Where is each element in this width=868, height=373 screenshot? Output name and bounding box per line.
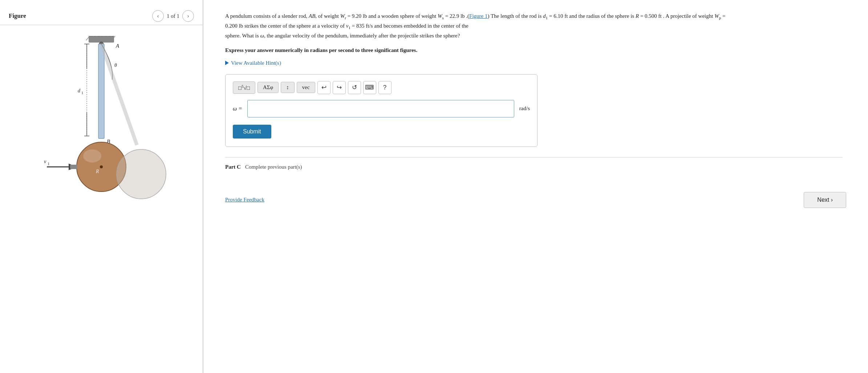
redo-btn[interactable]: ↪: [333, 81, 346, 94]
svg-point-24: [100, 165, 103, 168]
help-icon: ?: [383, 84, 386, 91]
svg-text:R: R: [96, 169, 99, 174]
part-c-row: Part C Complete previous part(s): [225, 164, 846, 170]
keyboard-btn[interactable]: ⌨: [363, 81, 376, 94]
figure-image-area: A θ d 1 B: [0, 29, 203, 229]
vec-btn[interactable]: vec: [297, 82, 315, 93]
right-panel: A pendulum consists of a slender rod, AB…: [203, 0, 868, 373]
input-row: ω = rad/s: [233, 100, 530, 117]
provide-feedback-link[interactable]: Provide Feedback: [225, 197, 264, 203]
next-label: Next ›: [817, 197, 833, 203]
section-divider: [225, 157, 843, 157]
answer-box: □5√□ ΑΣφ ↕ vec ↩ ↪ ↺: [225, 74, 538, 147]
toolbar: □5√□ ΑΣφ ↕ vec ↩ ↪ ↺: [233, 81, 530, 94]
svg-text:1: 1: [81, 91, 84, 95]
svg-rect-12: [98, 44, 104, 139]
express-answer: Express your answer numerically in radia…: [225, 47, 846, 53]
part-c-label: Part C: [225, 164, 241, 170]
hint-toggle[interactable]: View Available Hint(s): [225, 60, 846, 66]
svg-text:1: 1: [48, 161, 50, 166]
svg-text:A: A: [115, 43, 119, 49]
svg-point-30: [117, 149, 166, 199]
hint-triangle-icon: [225, 61, 229, 65]
fraction-sqrt-btn[interactable]: □5√□: [233, 81, 255, 94]
svg-text:θ: θ: [114, 63, 117, 68]
part-c-text: Complete previous part(s): [245, 164, 302, 170]
submit-button[interactable]: Submit: [233, 125, 271, 139]
bottom-row: Provide Feedback Next ›: [225, 192, 846, 208]
figure-title: Figure: [9, 12, 152, 20]
figure-header: Figure ‹ 1 of 1 ›: [0, 7, 203, 25]
greek-btn[interactable]: ΑΣφ: [257, 82, 279, 93]
unit-label: rad/s: [519, 105, 530, 112]
next-button[interactable]: Next ›: [804, 192, 846, 208]
help-btn[interactable]: ?: [378, 81, 392, 94]
submit-label: Submit: [243, 128, 261, 135]
undo-icon: ↩: [321, 84, 326, 91]
figure-nav: ‹ 1 of 1 ›: [152, 10, 194, 22]
svg-point-23: [83, 149, 101, 163]
answer-input[interactable]: [247, 100, 514, 117]
arrow-label: ↕: [286, 84, 289, 91]
greek-label: ΑΣφ: [263, 84, 273, 91]
figure1-link[interactable]: Figure 1: [469, 13, 487, 19]
keyboard-icon: ⌨: [365, 84, 374, 91]
provide-feedback-label: Provide Feedback: [225, 197, 264, 202]
svg-rect-29: [70, 165, 77, 169]
vec-label: vec: [302, 84, 310, 91]
page-layout: Figure ‹ 1 of 1 ›: [0, 0, 868, 373]
left-panel: Figure ‹ 1 of 1 ›: [0, 0, 203, 373]
figure-next-btn[interactable]: ›: [182, 10, 194, 22]
omega-label: ω =: [233, 105, 242, 112]
redo-icon: ↪: [337, 84, 342, 91]
svg-text:v: v: [44, 159, 46, 164]
reset-icon: ↺: [352, 84, 357, 91]
hint-label: View Available Hint(s): [231, 60, 281, 66]
svg-line-31: [101, 44, 137, 145]
undo-btn[interactable]: ↩: [317, 81, 330, 94]
svg-text:d: d: [78, 88, 81, 93]
arrow-btn[interactable]: ↕: [281, 82, 295, 93]
pendulum-figure: A θ d 1 B: [36, 36, 167, 218]
fraction-sqrt-label: □5√□: [238, 84, 250, 91]
figure-count: 1 of 1: [167, 13, 179, 19]
reset-btn[interactable]: ↺: [348, 81, 361, 94]
problem-text: A pendulum consists of a slender rod, AB…: [225, 12, 806, 41]
figure-prev-btn[interactable]: ‹: [152, 10, 164, 22]
